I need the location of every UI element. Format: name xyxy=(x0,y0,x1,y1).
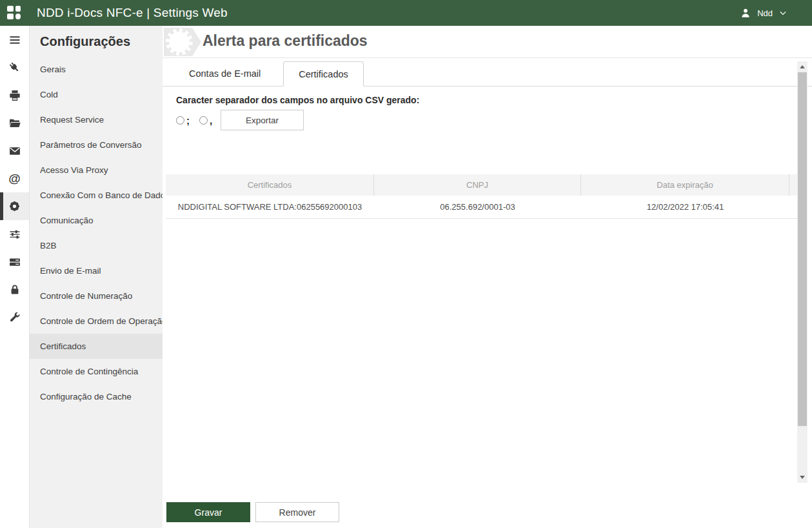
csv-separator-label: Caracter separador dos campos no arquivo… xyxy=(176,95,419,105)
sidebar-item-certificados[interactable]: Certificados xyxy=(30,334,163,359)
sidebar-item-comunica-o[interactable]: Comunicação xyxy=(30,208,163,233)
radio-label: ; xyxy=(186,115,190,126)
app-header: NDD i-Docs NFC-e | Settings Web Ndd xyxy=(0,0,812,26)
sidebar-item-acesso-via-proxy[interactable]: Acesso Via Proxy xyxy=(30,157,163,183)
menu-icon[interactable] xyxy=(0,26,29,54)
action-buttons: Gravar Remover xyxy=(166,502,339,522)
radio-circle-icon[interactable] xyxy=(176,116,184,125)
app-logo[interactable] xyxy=(0,0,29,26)
export-button[interactable]: Exportar xyxy=(221,110,304,130)
lock-icon[interactable] xyxy=(0,276,29,303)
column-header-cnpj: CNPJ xyxy=(374,174,581,196)
at-sign-icon[interactable]: @ xyxy=(0,165,29,192)
sidebar-item-conex-o-com-o-banco-de-dados[interactable]: Conexão Com o Banco de Dados xyxy=(30,183,163,208)
tabbar: Contas de E-mailCertificados xyxy=(163,61,812,86)
plug-icon[interactable] xyxy=(0,54,29,81)
table-cell: 12/02/2022 17:05:41 xyxy=(581,196,789,218)
csv-separator-radio-0[interactable]: ; xyxy=(176,115,190,126)
scrollbar-thumb[interactable] xyxy=(798,72,807,426)
server-icon[interactable] xyxy=(0,248,29,276)
certificates-table: CertificadosCNPJData expiração NDDIGITAL… xyxy=(166,174,800,219)
sidebar-item-par-metros-de-convers-o[interactable]: Parâmetros de Conversão xyxy=(30,132,163,157)
folder-open-icon[interactable] xyxy=(0,109,29,137)
app-title: NDD i-Docs NFC-e | Settings Web xyxy=(37,6,228,20)
sidebar-item-configura-o-de-cache[interactable]: Configuração de Cache xyxy=(30,384,163,409)
remove-button[interactable]: Remover xyxy=(255,502,339,522)
table-header: CertificadosCNPJData expiração xyxy=(166,174,800,196)
sidebar-item-envio-de-e-mail[interactable]: Envio de E-mail xyxy=(30,258,163,283)
table-row[interactable]: NDDIGITAL SOFTWARE LTDA:0625569200010306… xyxy=(166,196,800,219)
logo-grid-icon xyxy=(7,6,23,20)
csv-separator-radio-1[interactable]: , xyxy=(199,115,212,126)
scroll-up-arrow-icon[interactable] xyxy=(797,61,807,72)
sidebar-item-request-service[interactable]: Request Service xyxy=(30,107,163,132)
sidebar-item-cold[interactable]: Cold xyxy=(30,82,163,107)
sidebar-item-controle-de-conting-ncia[interactable]: Controle de Contingência xyxy=(30,359,163,384)
envelope-icon[interactable] xyxy=(0,137,29,165)
wrench-icon[interactable] xyxy=(0,303,29,331)
column-header-data-expira-o: Data expiração xyxy=(581,174,789,196)
table-cell: NDDIGITAL SOFTWARE LTDA:06255692000103 xyxy=(166,196,374,218)
csv-separator-options: ;, xyxy=(176,110,222,130)
user-icon xyxy=(740,7,751,19)
radio-circle-icon[interactable] xyxy=(199,116,208,125)
sliders-icon[interactable] xyxy=(0,220,29,248)
tab-certificados-panel: Caracter separador dos campos no arquivo… xyxy=(163,86,812,483)
sidebar-item-b2b[interactable]: B2B xyxy=(30,233,163,258)
page-head: Alerta para certificados xyxy=(163,26,812,58)
tab-certificados[interactable]: Certificados xyxy=(283,61,364,86)
save-button[interactable]: Gravar xyxy=(166,502,250,522)
table-cell: 06.255.692/0001-03 xyxy=(374,196,581,218)
main-content: Alerta para certificados Contas de E-mai… xyxy=(163,26,812,528)
sidebar: Configurações GeraisColdRequest ServiceP… xyxy=(30,26,163,528)
user-name: Ndd xyxy=(757,8,773,18)
gear-icon[interactable] xyxy=(0,192,29,220)
icon-rail: @ xyxy=(0,26,30,528)
sidebar-item-controle-de-ordem-de-opera-o[interactable]: Controle de Ordem de Operação xyxy=(30,309,163,334)
column-header-certificados: Certificados xyxy=(166,174,374,196)
user-menu[interactable]: Ndd xyxy=(740,0,787,26)
sidebar-item-gerais[interactable]: Gerais xyxy=(30,57,163,82)
chevron-down-icon xyxy=(778,8,787,17)
printer-icon[interactable] xyxy=(0,81,29,109)
vertical-scrollbar[interactable] xyxy=(797,61,807,483)
tab-contas-de-e-mail[interactable]: Contas de E-mail xyxy=(176,61,273,86)
certificate-badge-icon xyxy=(164,28,201,56)
sidebar-title: Configurações xyxy=(30,26,163,57)
page-title: Alerta para certificados xyxy=(203,32,368,50)
scroll-down-arrow-icon[interactable] xyxy=(797,472,807,483)
sidebar-item-controle-de-numera-o[interactable]: Controle de Numeração xyxy=(30,283,163,309)
radio-label: , xyxy=(210,115,212,126)
